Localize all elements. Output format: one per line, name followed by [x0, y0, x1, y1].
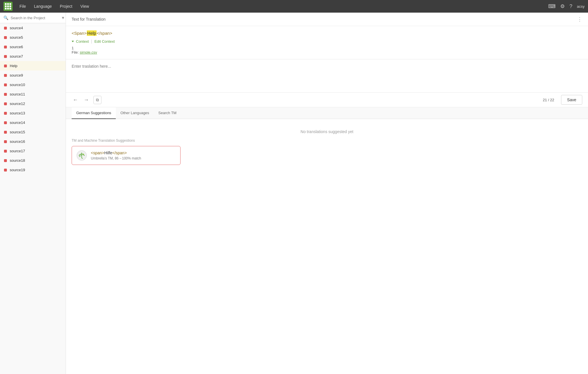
translation-input-area — [66, 59, 588, 93]
sidebar-item-label: source4 — [10, 26, 23, 30]
suggestions-area: No translations suggested yet TM and Mac… — [66, 119, 588, 374]
status-dot — [4, 46, 7, 48]
filter-icon[interactable]: ▼ — [61, 15, 65, 20]
pagination-label: 21 / 22 — [543, 98, 554, 102]
suggestion-meta: Umbrella's TM, 86→100% match — [91, 156, 176, 160]
help-icon[interactable]: ? — [569, 3, 572, 9]
svg-point-1 — [81, 155, 82, 156]
status-dot — [4, 74, 7, 77]
sidebar-item-source19[interactable]: source19 — [0, 165, 66, 175]
suggestion-card[interactable]: <span>Hilfe</span> Umbrella's TM, 86→100… — [72, 146, 181, 165]
gear-icon[interactable]: ⚙ — [560, 3, 565, 9]
suggestion-logo — [77, 150, 87, 161]
editor-toolbar: ← → ⧉ 21 / 22 Save — [66, 93, 588, 107]
sidebar-item-label: Help — [10, 64, 17, 68]
sidebar-item-label: source6 — [10, 45, 23, 49]
status-dot — [4, 121, 7, 124]
nav-file[interactable]: File — [16, 2, 30, 10]
sidebar-item-source5[interactable]: source5 — [0, 33, 66, 42]
translation-header: Text for Translation ⋮ — [66, 13, 588, 26]
sidebar-item-label: source7 — [10, 54, 23, 59]
sidebar-item-label: source14 — [10, 120, 25, 125]
nav-right-group: ⌨ ⚙ ? acsy — [548, 3, 585, 9]
tab-search-tm[interactable]: Search TM — [154, 107, 181, 119]
sidebar-item-source18[interactable]: source18 — [0, 156, 66, 165]
status-dot — [4, 131, 7, 134]
sidebar-item-source15[interactable]: source15 — [0, 127, 66, 137]
sidebar-item-source17[interactable]: source17 — [0, 146, 66, 156]
source-word: Help — [87, 30, 97, 36]
tab-other-languages[interactable]: Other Languages — [116, 107, 154, 119]
context-divider: | — [91, 39, 92, 44]
save-button[interactable]: Save — [561, 95, 582, 105]
no-suggestions-text: No translations suggested yet — [72, 125, 582, 139]
sidebar-item-source14[interactable]: source14 — [0, 118, 66, 127]
status-dot — [4, 27, 7, 30]
app-logo[interactable] — [3, 2, 13, 11]
sidebar-item-source9[interactable]: source9 — [0, 71, 66, 80]
status-dot — [4, 159, 7, 162]
status-dot — [4, 112, 7, 115]
file-link[interactable]: simple.csv — [80, 50, 97, 54]
keyboard-icon[interactable]: ⌨ — [548, 3, 556, 9]
more-options-icon[interactable]: ⋮ — [577, 16, 582, 22]
sidebar-item-label: source16 — [10, 139, 25, 144]
suggestion-tag-close: </span> — [112, 151, 127, 155]
prev-button[interactable]: ← — [72, 96, 79, 104]
sidebar-item-source12[interactable]: source12 — [0, 99, 66, 108]
sidebar: 🔍 ▼ source4source5source6source7Helpsour… — [0, 13, 66, 374]
context-toggle[interactable]: Context — [72, 39, 89, 44]
sidebar-item-label: source5 — [10, 35, 23, 40]
source-tag-close: </span> — [97, 31, 112, 36]
search-icon: 🔍 — [3, 15, 8, 20]
status-dot — [4, 93, 7, 96]
source-text-area: <Span>Help</span> Context | Edit Context… — [66, 26, 588, 59]
sidebar-item-span-help[interactable]: Help — [0, 61, 66, 71]
nav-view[interactable]: View — [77, 2, 92, 10]
sidebar-item-source7[interactable]: source7 — [0, 52, 66, 61]
nav-language[interactable]: Language — [31, 2, 55, 10]
sidebar-item-label: source15 — [10, 130, 25, 134]
source-text: <Span>Help</span> — [72, 31, 582, 36]
main-layout: 🔍 ▼ source4source5source6source7Helpsour… — [0, 13, 588, 374]
status-dot — [4, 140, 7, 143]
search-input[interactable] — [11, 16, 59, 20]
sidebar-item-source6[interactable]: source6 — [0, 42, 66, 52]
sidebar-item-label: source11 — [10, 92, 25, 96]
nav-project[interactable]: Project — [56, 2, 76, 10]
sidebar-item-source11[interactable]: source11 — [0, 89, 66, 99]
sidebar-item-source16[interactable]: source16 — [0, 137, 66, 146]
suggestion-tag-open: <span> — [91, 151, 104, 155]
sidebar-item-label: source13 — [10, 111, 25, 115]
status-dot — [4, 150, 7, 153]
sidebar-item-label: source10 — [10, 83, 25, 87]
tabs-bar: German Suggestions Other Languages Searc… — [66, 107, 588, 119]
status-dot — [4, 102, 7, 105]
suggestion-main-text: <span>Hilfe</span> — [91, 151, 176, 155]
context-row: Context | Edit Context — [72, 39, 582, 44]
sidebar-item-label: source9 — [10, 73, 23, 77]
status-dot — [4, 65, 7, 67]
chevron-down-icon — [72, 41, 74, 42]
context-value: 1 — [72, 46, 582, 50]
copy-source-button[interactable]: ⧉ — [93, 96, 101, 104]
sidebar-item-source10[interactable]: source10 — [0, 80, 66, 89]
sidebar-item-label: source18 — [10, 158, 25, 163]
content-area: Text for Translation ⋮ <Span>Help</span>… — [66, 13, 588, 374]
top-nav: File Language Project View ⌨ ⚙ ? acsy — [0, 0, 588, 13]
translation-input[interactable] — [72, 64, 582, 87]
suggestion-word: Hilfe — [104, 151, 112, 155]
sidebar-item-label: source12 — [10, 102, 25, 106]
sidebar-item-source4[interactable]: source4 — [0, 23, 66, 33]
user-label[interactable]: acsy — [577, 4, 585, 9]
sidebar-item-source13[interactable]: source13 — [0, 108, 66, 118]
status-dot — [4, 83, 7, 86]
source-tag-open: <Span> — [72, 31, 87, 36]
next-button[interactable]: → — [83, 96, 90, 104]
edit-context-button[interactable]: Edit Context — [94, 39, 115, 44]
tab-german-suggestions[interactable]: German Suggestions — [72, 107, 116, 119]
file-reference: File: simple.csv — [72, 50, 582, 54]
suggestion-text-content: <span>Hilfe</span> Umbrella's TM, 86→100… — [91, 151, 176, 160]
sidebar-item-label: source17 — [10, 149, 25, 153]
sidebar-item-label: source19 — [10, 168, 25, 172]
